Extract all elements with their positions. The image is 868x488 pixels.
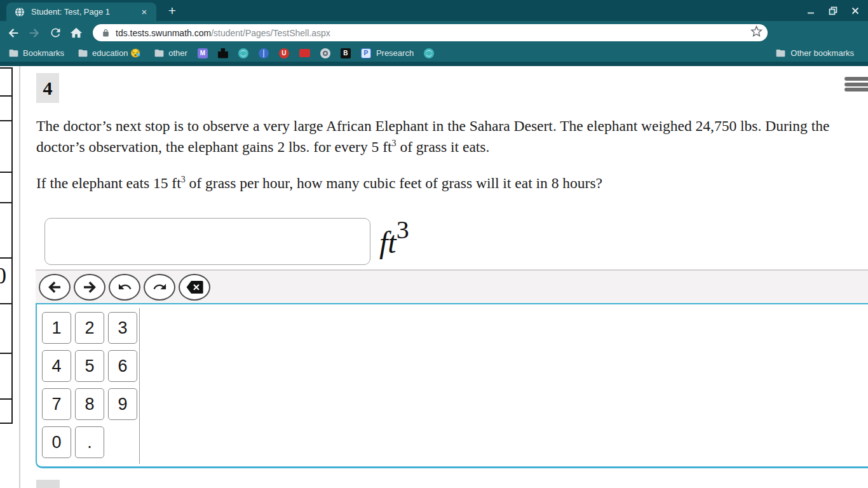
key-0[interactable]: 0 [42, 426, 71, 458]
bookmark-presearch-label[interactable]: Presearch [376, 48, 414, 58]
bookmark-presearch-icon[interactable]: P [361, 48, 371, 58]
question-paragraph-1: The doctor’s next stop is to observe a v… [36, 117, 864, 156]
restore-button[interactable] [827, 4, 839, 17]
question-menu-icon[interactable] [844, 77, 868, 93]
key-3[interactable]: 3 [108, 312, 137, 344]
bookmark-globe-icon[interactable] [238, 48, 248, 58]
browser-tab[interactable]: Student: Test, Page 1 × [6, 3, 156, 21]
url-domain: tds.tests.swunmath.com [116, 28, 211, 38]
content-divider-line [19, 66, 20, 488]
keypad-panel: 1 2 3 4 5 6 7 8 9 0 . [36, 303, 868, 468]
window-controls [804, 0, 865, 21]
home-icon[interactable] [69, 25, 84, 41]
key-5[interactable]: 5 [75, 350, 104, 382]
folder-icon [154, 49, 164, 57]
question-paragraph-2: If the elephant eats 15 ft3 of grass per… [36, 171, 864, 192]
forward-icon[interactable] [27, 25, 42, 41]
cursor-right-button[interactable] [74, 274, 105, 301]
lock-icon [102, 29, 110, 37]
back-icon[interactable] [6, 25, 21, 41]
browser-toolbar: tds.tests.swunmath.com /student/Pages/Te… [0, 21, 868, 44]
key-2[interactable]: 2 [75, 312, 104, 344]
test-page-content: 0 4 The doctor’s next stop is to observe… [0, 66, 868, 488]
key-4[interactable]: 4 [42, 350, 71, 382]
bookmark-star-icon[interactable] [750, 25, 763, 40]
equation-toolbar [36, 269, 868, 303]
side-table-cell-value: 0 [0, 262, 6, 289]
bookmark-folder-education[interactable]: education 😪 [78, 48, 140, 58]
reload-icon[interactable] [48, 25, 63, 41]
key-9[interactable]: 9 [108, 388, 137, 420]
next-question-badge-partial [36, 480, 60, 488]
answer-input[interactable] [44, 218, 370, 265]
bookmark-black-app-icon[interactable] [218, 48, 228, 58]
bookmark-folder-other[interactable]: other [154, 48, 187, 58]
undo-button[interactable] [109, 274, 140, 301]
bookmark-red-badge-icon[interactable] [299, 49, 310, 57]
tab-close-icon[interactable]: × [139, 6, 150, 18]
chrome-bottom-strip [0, 62, 868, 66]
bookmark-globe-icon[interactable] [424, 48, 434, 58]
bookmarks-bar: Bookmarks education 😪 other M U B P Pres… [0, 44, 868, 62]
url-bar[interactable]: tds.tests.swunmath.com /student/Pages/Te… [93, 24, 768, 41]
answer-unit-label: ft3 [379, 219, 409, 260]
key-6[interactable]: 6 [108, 350, 137, 382]
cursor-left-button[interactable] [39, 274, 71, 301]
bookmark-folder-bookmarks[interactable]: Bookmarks [9, 48, 64, 58]
bookmark-b-icon[interactable]: B [341, 48, 351, 58]
tab-favicon-globe-icon [15, 7, 25, 17]
question-number-badge: 4 [36, 73, 59, 103]
keypad-divider [139, 308, 140, 464]
other-bookmarks[interactable]: Other bookmarks [776, 48, 854, 58]
backspace-button[interactable] [179, 274, 210, 301]
key-7[interactable]: 7 [42, 388, 71, 420]
new-tab-button[interactable]: + [164, 3, 180, 20]
redo-button[interactable] [144, 274, 175, 301]
bookmark-m-icon[interactable]: M [198, 48, 208, 58]
tab-title: Student: Test, Page 1 [31, 7, 139, 17]
folder-icon [78, 49, 88, 57]
folder-icon [9, 49, 18, 57]
bookmark-silver-circle-icon[interactable] [320, 48, 330, 58]
close-window-button[interactable] [849, 4, 862, 17]
folder-icon [776, 49, 785, 57]
screen: Student: Test, Page 1 × + [0, 0, 868, 488]
url-path: /student/Pages/TestShell.aspx [211, 28, 330, 38]
bookmark-blue-app-icon[interactable] [259, 48, 269, 58]
key-1[interactable]: 1 [42, 312, 71, 344]
bookmark-u-icon[interactable]: U [279, 48, 289, 58]
minimize-button[interactable] [804, 4, 817, 17]
tab-strip: Student: Test, Page 1 × + [0, 0, 868, 21]
partial-side-table: 0 [0, 67, 13, 424]
key-decimal[interactable]: . [75, 426, 104, 458]
key-8[interactable]: 8 [75, 388, 104, 420]
